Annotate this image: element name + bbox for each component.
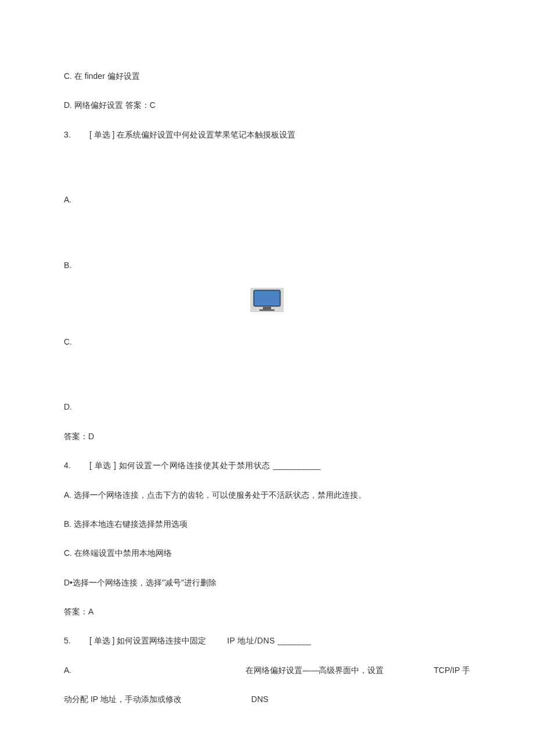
q5-number: 5.: [64, 634, 87, 647]
q4-option-a: A. 选择一个网络连接，点击下方的齿轮，可以使服务处于不活跃状态，禁用此连接。: [64, 489, 470, 501]
q3-option-b: B.: [64, 259, 470, 272]
q4-answer: 答案：A: [64, 605, 470, 618]
q4-number: 4.: [64, 459, 87, 472]
q3-option-c: C.: [64, 335, 470, 348]
q3-prompt: 3. [ 单选 ] 在系统偏好设置中何处设置苹果笔记本触摸板设置: [64, 128, 470, 141]
q5-a-right-text: TCP/IP 手: [434, 664, 470, 677]
q5-a-label: A.: [64, 664, 71, 677]
q5-a-line2-left: 动分配 IP 地址，手动添加或修改: [64, 693, 182, 706]
q4-option-c: C. 在终端设置中禁用本地网络: [64, 547, 470, 559]
svg-rect-2: [255, 291, 279, 305]
q4-text: [ 单选 ] 如何设置一个网络连接使其处于禁用状态 __________: [89, 461, 321, 470]
q3-option-a: A.: [64, 193, 470, 206]
q5-a-mid-text: 在网络偏好设置——高级界面中，设置: [246, 664, 384, 677]
q5-text-a: [ 单选 ] 如何设置网络连接中固定: [89, 636, 206, 645]
q5-a-line2-right: DNS: [251, 693, 269, 706]
svg-rect-4: [259, 309, 275, 311]
svg-rect-3: [263, 307, 271, 309]
q2-option-d: D. 网络偏好设置 答案：C: [64, 99, 470, 111]
q5-option-a-line1: A. 在网络偏好设置——高级界面中，设置 TCP/IP 手: [64, 664, 470, 677]
q4-option-d: D•选择一个网络连接，选择"减号"进行删除: [64, 576, 470, 589]
q3-option-d: D.: [64, 400, 470, 413]
q3-answer: 答案：D: [64, 430, 470, 443]
q2-option-c: C. 在 finder 偏好设置: [64, 70, 470, 82]
monitor-icon: [250, 288, 284, 312]
q3-number: 3.: [64, 128, 87, 141]
q5-text-b: IP 地址/DNS _______: [227, 636, 311, 645]
q5-option-a-line2: 动分配 IP 地址，手动添加或修改 DNS: [64, 693, 470, 706]
q3-text: [ 单选 ] 在系统偏好设置中何处设置苹果笔记本触摸板设置: [89, 130, 295, 139]
q4-prompt: 4. [ 单选 ] 如何设置一个网络连接使其处于禁用状态 __________: [64, 459, 470, 472]
q5-prompt: 5. [ 单选 ] 如何设置网络连接中固定 IP 地址/DNS _______: [64, 634, 470, 647]
q4-option-b: B. 选择本地连右键接选择禁用选项: [64, 518, 470, 530]
